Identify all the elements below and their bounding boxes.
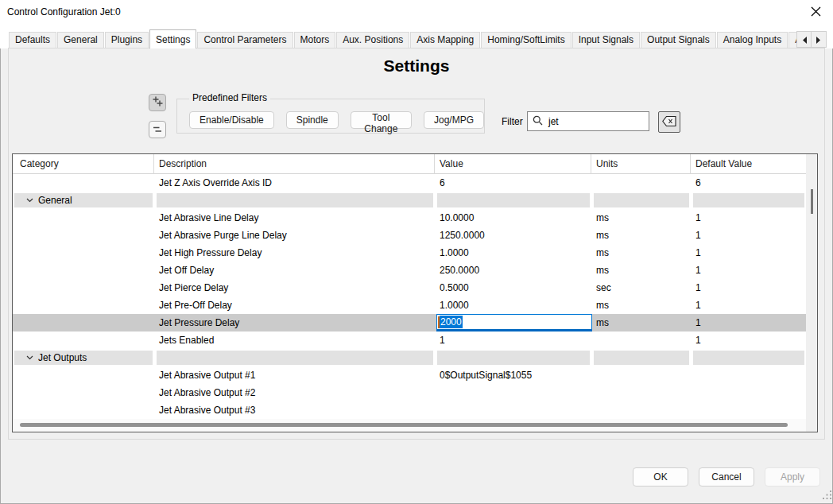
tab-aux-positions[interactable]: Aux. Positions [336,32,409,48]
filter-search-input[interactable]: jet [527,111,649,131]
table-row-selected[interactable]: Jet Pressure Delay 2000 ms 1 [13,314,806,331]
tab-output-signals[interactable]: Output Signals [641,32,716,48]
table-row[interactable]: Jet Abrasive Output #3 [13,401,806,419]
backspace-icon [662,115,676,130]
table-row[interactable]: Jet High Pressure Delay 1.0000 ms 1 [13,244,806,262]
table-row[interactable]: Jet Abrasive Line Delay 10.0000 ms 1 [13,209,806,227]
vertical-scrollbar[interactable] [806,154,817,432]
horizontal-scrollbar[interactable] [13,419,806,432]
tab-plugins[interactable]: Plugins [105,32,149,48]
tab-defaults[interactable]: Defaults [9,32,56,48]
category-label: General [38,193,72,207]
settings-tab-page: Settings Predefined Filters Enable/Disab… [8,48,825,440]
table-row[interactable]: Jet Abrasive Output #1 0$OutputSignal$10… [13,366,806,384]
grid-header: Category Description Value Units Default… [13,154,806,174]
category-label: Jet Outputs [38,351,87,365]
dialog-window: Control Configuration Jet:0 Defaults Gen… [0,0,833,504]
filter-label: Filter [502,116,523,127]
search-icon [533,114,543,129]
resize-grip[interactable] [823,488,831,502]
spindle-filter-button[interactable]: Spindle [286,111,339,129]
column-header-description[interactable]: Description [154,154,435,174]
table-row[interactable]: Jet Pierce Delay 0.5000 sec 1 [13,279,806,297]
enable-disable-filter-button[interactable]: Enable/Disable [189,111,274,129]
arrow-left-icon [802,33,807,47]
column-header-value[interactable]: Value [435,154,591,174]
chevron-down-icon[interactable] [26,355,33,360]
column-header-category[interactable]: Category [13,154,154,174]
tab-analog-inputs[interactable]: Analog Inputs [717,32,788,48]
tab-motors[interactable]: Motors [294,32,336,48]
column-header-units[interactable]: Units [591,154,691,174]
selected-text: 2000 [440,316,463,328]
title-bar: Control Configuration Jet:0 [0,0,833,24]
predefined-filters-group: Predefined Filters Enable/Disable Spindl… [176,99,485,134]
category-row-jet-outputs[interactable]: Jet Outputs [13,349,806,366]
expand-all-button[interactable] [149,94,166,111]
window-title: Control Configuration Jet:0 [7,6,121,17]
tab-scroll-right-button[interactable] [812,31,827,48]
table-row[interactable]: Jet Z Axis Override Axis ID 6 6 [13,174,806,192]
table-row[interactable]: Jet Abrasive Purge Line Delay 1250.0000 … [13,227,806,244]
tab-analog-outputs[interactable]: Analog Outputs [788,32,796,48]
tab-scroll-left-button[interactable] [796,31,812,48]
tab-settings[interactable]: Settings [149,29,196,48]
arrow-right-icon [816,33,821,47]
settings-grid: Category Description Value Units Default… [12,153,818,432]
collapse-all-icon [153,122,162,137]
horizontal-scrollbar-thumb[interactable] [20,423,788,427]
tab-general[interactable]: General [57,32,104,48]
category-row-general[interactable]: General [13,192,806,209]
ok-button[interactable]: OK [633,467,688,487]
jog-mpg-filter-button[interactable]: Jog/MPG [424,111,484,129]
tab-homing-softlimits[interactable]: Homing/SoftLimits [481,32,571,48]
close-icon [811,6,821,19]
value-editor[interactable]: 2000 [436,314,592,331]
table-row[interactable]: Jet Off Delay 250.0000 ms 1 [13,262,806,279]
page-title: Settings [9,56,824,76]
apply-button[interactable]: Apply [765,467,820,487]
expand-all-icon [153,95,163,110]
table-row[interactable]: Jet Pre-Off Delay 1.0000 ms 1 [13,297,806,314]
chevron-down-icon[interactable] [26,198,33,203]
tab-axis-mapping[interactable]: Axis Mapping [410,32,480,48]
column-header-default-value[interactable]: Default Value [691,154,806,174]
group-label: Predefined Filters [189,92,270,103]
cancel-button[interactable]: Cancel [699,467,754,487]
table-row[interactable]: Jets Enabled 1 1 [13,331,806,349]
tool-change-filter-button[interactable]: Tool Change [351,111,412,129]
collapse-all-button[interactable] [149,121,166,138]
filter-search-value: jet [548,116,559,127]
table-row[interactable]: Jet Abrasive Output #2 [13,384,806,401]
clear-filter-button[interactable] [658,111,680,133]
tab-control-parameters[interactable]: Control Parameters [197,32,293,48]
vertical-scrollbar-thumb[interactable] [811,189,813,214]
close-button[interactable] [803,3,828,22]
tab-input-signals[interactable]: Input Signals [572,32,640,48]
